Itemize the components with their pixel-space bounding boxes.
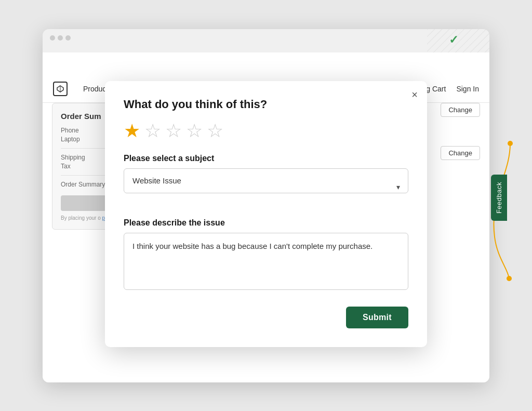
subject-label: Please select a subject xyxy=(124,154,408,163)
feedback-tab[interactable]: Feedback xyxy=(491,175,507,221)
modal-close-button[interactable]: × xyxy=(411,89,418,100)
modal-overlay: × What do you think of this? ★ ☆ ☆ ☆ ☆ P… xyxy=(43,52,489,382)
chrome-dot-3 xyxy=(65,35,71,41)
window-chrome xyxy=(50,35,71,41)
chrome-dot-2 xyxy=(58,35,63,41)
star-3[interactable]: ☆ xyxy=(165,122,182,140)
description-textarea[interactable]: I think your website has a bug because I… xyxy=(124,233,408,290)
description-label: Please describe the issue xyxy=(124,218,408,228)
star-1[interactable]: ★ xyxy=(124,122,140,140)
chrome-dot-1 xyxy=(50,35,55,41)
modal-footer: Submit xyxy=(124,307,408,328)
submit-button[interactable]: Submit xyxy=(346,307,408,328)
screenshot-wrapper: ✓ Products Services Blog Support Shoppin… xyxy=(43,29,489,382)
feedback-modal: × What do you think of this? ★ ☆ ☆ ☆ ☆ P… xyxy=(105,81,427,347)
star-5[interactable]: ☆ xyxy=(207,122,223,140)
star-4[interactable]: ☆ xyxy=(186,122,203,140)
svg-point-4 xyxy=(508,141,513,146)
star-rating: ★ ☆ ☆ ☆ ☆ xyxy=(124,122,408,140)
svg-point-5 xyxy=(507,276,512,281)
subject-select-wrapper: Website Issue Product Feedback Service F… xyxy=(124,168,408,206)
star-2[interactable]: ☆ xyxy=(144,122,161,140)
checkmark-icon: ✓ xyxy=(449,33,458,47)
subject-select[interactable]: Website Issue Product Feedback Service F… xyxy=(124,168,408,193)
modal-title: What do you think of this? xyxy=(124,98,408,111)
